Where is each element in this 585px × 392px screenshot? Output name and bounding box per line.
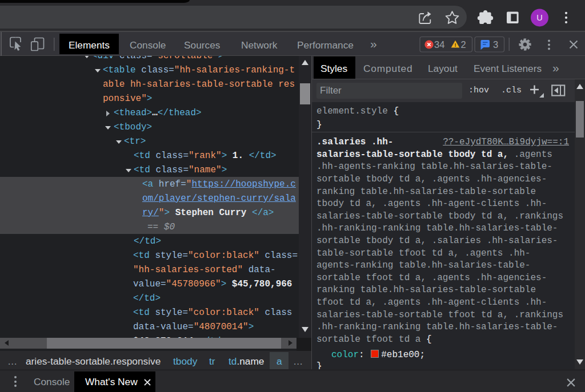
- svg-text:34: 34: [434, 39, 444, 50]
- svg-text:3: 3: [493, 39, 498, 50]
- svg-text:U: U: [536, 13, 542, 22]
- svg-text:2: 2: [461, 39, 466, 50]
- svg-text:!: !: [454, 42, 456, 48]
